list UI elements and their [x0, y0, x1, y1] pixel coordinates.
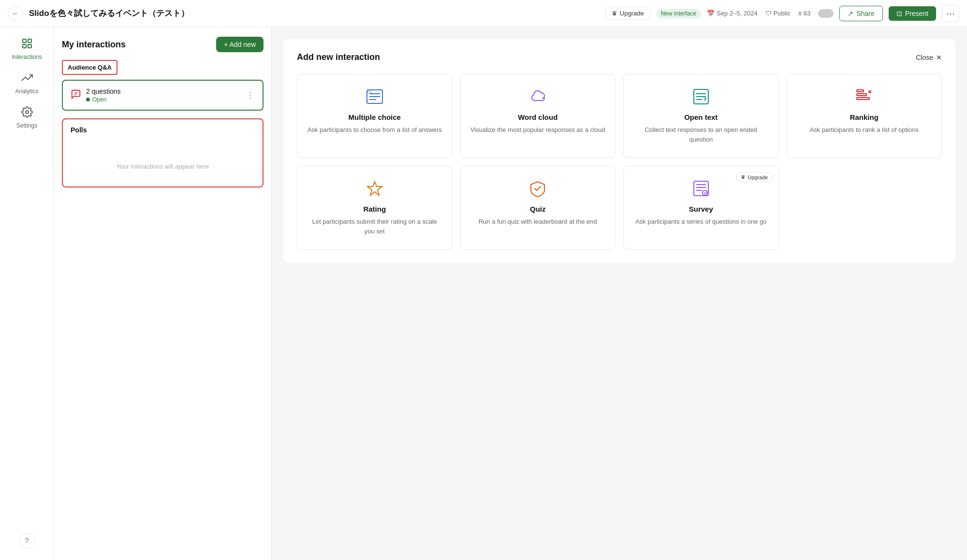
open-text-card[interactable]: Open text Collect text responses to an o…: [623, 74, 779, 158]
sidebar-item-settings[interactable]: Settings: [5, 101, 49, 134]
status-dot: [86, 98, 90, 101]
event-code: # 63: [798, 10, 810, 17]
present-icon: ⊡: [896, 10, 902, 17]
svg-line-26: [705, 192, 707, 194]
qa-interaction-card[interactable]: 2 questions Open ⋮: [62, 80, 264, 111]
open-text-desc: Collect text responses to an open ended …: [633, 125, 769, 144]
survey-title: Survey: [689, 205, 713, 213]
audience-qa-label: Audience Q&A: [62, 60, 117, 75]
sidebar: Interactions Analytics Settings ?: [0, 27, 54, 560]
audience-qa-section: Audience Q&A 2 questions Open: [62, 60, 264, 111]
sidebar-label-analytics: Analytics: [15, 88, 38, 95]
main-content: Add new interaction Close ✕: [272, 27, 967, 560]
word-cloud-card[interactable]: Word cloud Visualize the most popular re…: [460, 74, 616, 158]
svg-rect-17: [857, 94, 866, 96]
ranking-card[interactable]: Ranking Ask participants to rank a list …: [787, 74, 942, 158]
ranking-icon: [855, 88, 873, 113]
ranking-title: Ranking: [850, 113, 879, 121]
settings-icon: [21, 106, 33, 120]
sidebar-label-settings: Settings: [16, 122, 37, 129]
panel-title: My interactions: [62, 40, 126, 50]
back-button[interactable]: ←: [8, 6, 23, 21]
word-cloud-desc: Visualize the most popular responses as …: [470, 125, 605, 135]
new-interface-badge: New interface: [656, 9, 701, 18]
quiz-desc: Run a fun quiz with leaderboard at the e…: [479, 217, 597, 227]
survey-desc: Ask participants a series of questions i…: [635, 217, 767, 227]
polls-section: Polls Your interactions will appear here: [62, 118, 264, 187]
quiz-icon: [529, 180, 546, 205]
svg-marker-19: [367, 182, 382, 195]
open-text-title: Open text: [684, 113, 718, 121]
sidebar-item-interactions[interactable]: Interactions: [5, 33, 49, 65]
present-button[interactable]: ⊡ Present: [889, 6, 936, 21]
panel-heading: Add new interaction: [297, 52, 380, 62]
multiple-choice-desc: Ask participants to choose from a list o…: [308, 125, 442, 135]
rating-desc: Let participants submit their rating on …: [307, 217, 442, 236]
multiple-choice-icon: [366, 88, 383, 113]
app-header: ← Slidoを色々試してみるイベント（テスト） ♛ Upgrade New i…: [0, 0, 967, 27]
quiz-card[interactable]: Quiz Run a fun quiz with leaderboard at …: [460, 166, 616, 250]
rating-icon: [366, 180, 383, 205]
help-button[interactable]: ?: [19, 533, 35, 548]
quiz-title: Quiz: [530, 205, 546, 213]
svg-rect-3: [28, 44, 31, 48]
add-interaction-panel: Add new interaction Close ✕: [283, 39, 955, 263]
empty-cell: [787, 166, 942, 250]
svg-rect-2: [23, 44, 26, 48]
svg-rect-20: [694, 181, 708, 196]
word-cloud-icon: [529, 88, 546, 113]
survey-upgrade-badge: ♛ Upgrade: [736, 172, 772, 182]
more-options-button[interactable]: ⋯: [942, 5, 959, 22]
svg-point-24: [703, 190, 707, 195]
rating-title: Rating: [363, 205, 386, 213]
interaction-grid: Multiple choice Ask participants to choo…: [297, 74, 942, 250]
svg-rect-0: [23, 39, 26, 43]
more-icon: ⋯: [946, 8, 955, 19]
svg-rect-11: [367, 90, 372, 94]
polls-title: Polls: [71, 126, 255, 134]
toggle-switch[interactable]: [818, 9, 834, 18]
open-text-icon: [692, 88, 710, 113]
shield-icon: 🛡: [765, 10, 772, 17]
qa-card-icon: [71, 89, 81, 102]
svg-rect-16: [857, 90, 864, 92]
sidebar-label-interactions: Interactions: [12, 54, 42, 60]
panel-top: Add new interaction Close ✕: [297, 52, 942, 62]
date-info: 📅 Sep 2–5, 2024: [707, 10, 758, 17]
svg-rect-1: [28, 39, 31, 43]
survey-icon: [692, 180, 710, 205]
header-meta: 📅 Sep 2–5, 2024 🛡 Public # 63: [707, 9, 834, 18]
help-icon: ?: [25, 537, 29, 545]
qa-card-status: Open: [86, 96, 241, 103]
close-button[interactable]: Close ✕: [916, 54, 942, 61]
main-layout: Interactions Analytics Settings ?: [0, 27, 967, 560]
panel-header: My interactions + Add new: [62, 37, 264, 52]
calendar-icon: 📅: [707, 10, 715, 17]
visibility-info: 🛡 Public: [765, 10, 791, 17]
svg-rect-18: [857, 98, 869, 100]
rating-card[interactable]: Rating Let participants submit their rat…: [297, 166, 453, 250]
share-button[interactable]: ↗ Share: [839, 6, 882, 21]
multiple-choice-card[interactable]: Multiple choice Ask participants to choo…: [297, 74, 453, 158]
survey-card[interactable]: ♛ Upgrade Surv: [623, 166, 779, 250]
interactions-icon: [21, 38, 33, 52]
ranking-desc: Ask participants to rank a list of optio…: [810, 125, 919, 135]
analytics-icon: [21, 72, 33, 86]
share-icon: ↗: [848, 10, 853, 17]
multiple-choice-title: Multiple choice: [349, 113, 401, 121]
polls-empty-text: Your interactions will appear here: [71, 153, 255, 180]
card-more-button[interactable]: ⋮: [246, 90, 255, 101]
upgrade-button[interactable]: ♛ Upgrade: [605, 7, 650, 20]
sidebar-item-analytics[interactable]: Analytics: [5, 67, 49, 100]
svg-point-4: [26, 111, 29, 114]
qa-card-title: 2 questions: [86, 87, 241, 95]
event-title: Slidoを色々試してみるイベント（テスト）: [29, 8, 600, 19]
crown-icon-small: ♛: [741, 174, 746, 180]
close-icon: ✕: [936, 54, 942, 61]
qa-card-info: 2 questions Open: [86, 87, 241, 103]
word-cloud-title: Word cloud: [518, 113, 557, 121]
left-panel: My interactions + Add new Audience Q&A 2…: [54, 27, 272, 560]
crown-icon: ♛: [612, 10, 617, 17]
add-new-button[interactable]: + Add new: [216, 37, 264, 52]
